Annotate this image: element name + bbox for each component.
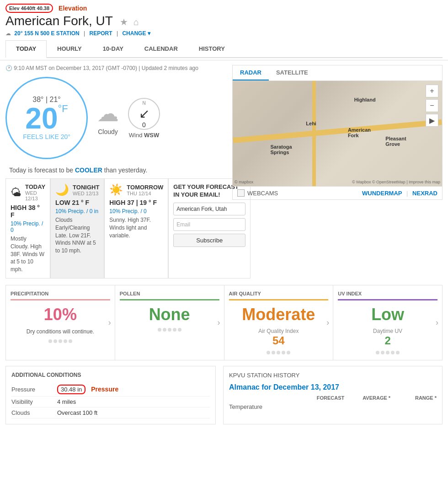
tab-history[interactable]: HISTORY <box>188 40 235 57</box>
forecast-today-date: WED 12/13 <box>25 190 45 201</box>
cloud-condition-icon: ☁ <box>97 101 119 126</box>
precipitation-value: 10% <box>11 305 110 324</box>
precipitation-title: PRECIPITATION <box>11 291 110 300</box>
precipitation-arrow[interactable]: › <box>108 318 111 327</box>
pollen-dots <box>120 328 219 332</box>
pollen-value: None <box>120 305 219 324</box>
webcam-label: WEBCAMS <box>247 190 278 197</box>
forecast-today-icon: 🌤 <box>11 186 21 199</box>
forecast-tonight-desc: Clouds Early/Clearing Late. Low 21F. Win… <box>55 216 99 255</box>
main-content: 🕐 9:10 AM MST on December 13, 2017 (GMT … <box>0 60 448 283</box>
favorite-icon[interactable]: ★ <box>120 17 128 27</box>
report-link[interactable]: REPORT <box>90 30 112 37</box>
additional-conditions: ADDITIONAL CONDITIONS Pressure 30.48 in … <box>5 366 216 424</box>
tab-10day[interactable]: 10-DAY <box>92 40 134 57</box>
uv-daytime-label: Daytime UV <box>338 328 437 334</box>
station-row: ☁ 20° 155 N 500 E STATION | REPORT | CHA… <box>5 30 443 37</box>
elevation-link[interactable]: Elevation <box>59 5 87 12</box>
forecast-tomorrow: ☀️ TOMORROW THU 12/14 HIGH 37 | 19 ° F 1… <box>104 178 168 279</box>
wind-compass: N ↙ 0 <box>128 98 160 130</box>
uv-arrow[interactable]: › <box>436 318 438 327</box>
forecast-tonight-date: WED 12/13 <box>73 191 99 196</box>
precipitation-sub: Dry conditions will continue. <box>11 328 110 336</box>
forecast-tomorrow-icon: ☀️ <box>109 183 123 196</box>
cooler-link[interactable]: COOLER <box>75 166 102 174</box>
forecast-tonight-icon: 🌙 <box>55 183 69 196</box>
tab-calendar[interactable]: CALENDAR <box>134 40 188 57</box>
air-quality-arrow[interactable]: › <box>326 318 329 327</box>
map-tab-satellite[interactable]: SATELLITE <box>269 65 315 80</box>
map-footer: WEBCAMS WUNDERMAP | NEXRAD <box>233 186 442 199</box>
forecast-tomorrow-precip[interactable]: 10% Precip. / 0 <box>109 208 163 214</box>
map-label-highland: Highland <box>354 97 376 102</box>
widgets-row: PRECIPITATION 10% Dry conditions will co… <box>5 285 443 360</box>
widget-precipitation: PRECIPITATION 10% Dry conditions will co… <box>6 285 115 360</box>
map-zoom-out-button[interactable]: − <box>426 99 438 112</box>
map-container: Highland Lehi AmericanFork PleasantGrove… <box>233 81 442 186</box>
pressure-highlight: Pressure <box>91 386 118 393</box>
clock-icon: 🕐 <box>5 65 12 71</box>
forecast-row: 🌤 TODAY WED 12/13 HIGH 38 ° F 10% Precip… <box>5 178 225 279</box>
additional-conditions-title: ADDITIONAL CONDITIONS <box>11 372 210 378</box>
webcam-toggle[interactable]: WEBCAMS <box>237 189 278 197</box>
map-road-vertical <box>312 81 316 186</box>
condition-block: ☁ Cloudy <box>97 101 119 135</box>
forecast-today-temp: HIGH 38 ° F <box>11 204 45 219</box>
map-label-lehi: Lehi <box>306 121 316 126</box>
condition-text: Cloudy <box>97 128 119 135</box>
map-background: Highland Lehi AmericanFork PleasantGrove… <box>233 81 442 186</box>
map-links: WUNDERMAP | NEXRAD <box>362 190 437 197</box>
current-temp: 20 <box>25 102 58 135</box>
map-tab-radar[interactable]: RADAR <box>233 65 269 80</box>
forecast-tonight-label: TONIGHT <box>73 184 99 191</box>
right-panel: RADAR SATELLITE Highland Lehi AmericanFo… <box>232 65 443 279</box>
clouds-value: Overcast 100 ft <box>57 409 97 416</box>
pollen-arrow[interactable]: › <box>218 318 220 327</box>
wundermap-link[interactable]: WUNDERMAP <box>362 190 402 197</box>
visibility-value: 4 miles <box>57 398 76 405</box>
map-credit-mapbox: © mapbox <box>235 180 253 184</box>
station-link[interactable]: 20° 155 N 500 E STATION <box>14 30 79 37</box>
map-play-button[interactable]: ▶ <box>426 114 438 127</box>
forecast-today-precip[interactable]: 10% Precip. / 0 <box>11 220 45 233</box>
timestamp: 🕐 9:10 AM MST on December 13, 2017 (GMT … <box>5 65 225 71</box>
webcam-checkbox[interactable] <box>237 189 245 197</box>
home-icon[interactable]: ⌂ <box>133 17 139 27</box>
map-tabs: RADAR SATELLITE <box>233 65 442 81</box>
tab-hourly[interactable]: HOURLY <box>47 40 92 57</box>
clouds-row: Clouds Overcast 100 ft <box>11 407 210 418</box>
forecast-today-label: TODAY <box>25 183 45 190</box>
forecast-tomorrow-desc: Sunny. High 37F. Winds light and variabl… <box>109 216 163 239</box>
nexrad-link[interactable]: NEXRAD <box>412 190 437 197</box>
almanac-col-average: AVERAGE * <box>344 395 390 401</box>
pollen-title: POLLEN <box>120 291 219 300</box>
map-zoom-in-button[interactable]: + <box>426 85 438 97</box>
forecast-tonight: 🌙 TONIGHT WED 12/13 LOW 21 ° F 10% Preci… <box>50 178 104 279</box>
uv-dots <box>338 351 437 354</box>
tab-today[interactable]: TODAY <box>5 40 47 58</box>
elevation-badge: Elev 4640ft 40.38 <box>5 4 53 13</box>
pressure-badge: 30.48 in <box>57 385 85 394</box>
visibility-label: Visibility <box>11 398 57 405</box>
map-label-pleasant-grove: PleasantGrove <box>385 136 406 147</box>
forecast-tomorrow-label: TOMORROW <box>127 184 163 191</box>
uv-index-value: Low <box>338 305 437 324</box>
forecast-tonight-temp: LOW 21 ° F <box>55 199 99 206</box>
almanac-title: Almanac for December 13, 2017 <box>229 383 437 391</box>
pressure-row: Pressure 30.48 in Pressure <box>11 383 210 397</box>
station-history: KPVU STATION HISTORY Almanac for Decembe… <box>223 366 443 424</box>
visibility-row: Visibility 4 miles <box>11 397 210 407</box>
station-history-title: KPVU STATION HISTORY <box>229 372 437 379</box>
forecast-tonight-precip[interactable]: 10% Precip. / 0 in <box>55 208 99 214</box>
top-header: Elev 4640ft 40.38 Elevation American For… <box>0 0 448 60</box>
forecast-tomorrow-temp: HIGH 37 | 19 ° F <box>109 199 163 206</box>
map-credit-osm: © Mapbox © OpenStreetMap | Improve this … <box>352 180 440 184</box>
wind-direction: WSW <box>144 132 159 139</box>
air-quality-title: AIR QUALITY <box>229 291 329 300</box>
wind-block: N ↙ 0 Wind WSW <box>128 98 160 139</box>
air-quality-value: Moderate <box>229 305 329 324</box>
change-link[interactable]: CHANGE ▾ <box>122 30 150 37</box>
air-quality-index-value: 54 <box>229 334 329 347</box>
cloud-icon: ☁ <box>5 30 11 37</box>
forecast-today: 🌤 TODAY WED 12/13 HIGH 38 ° F 10% Precip… <box>5 178 50 279</box>
